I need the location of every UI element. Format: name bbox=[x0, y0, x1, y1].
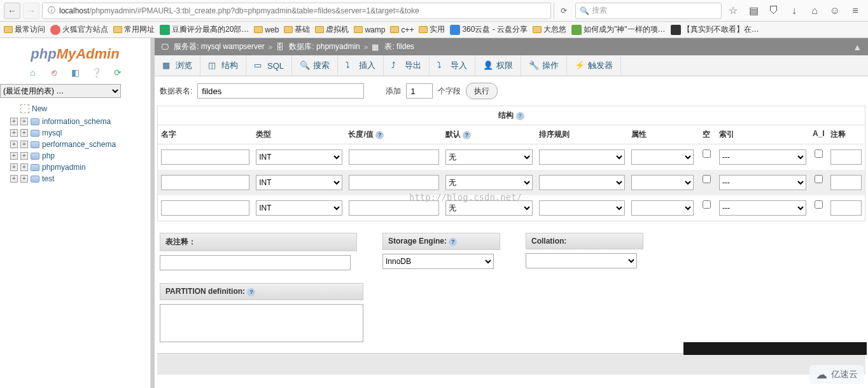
add-count-input[interactable] bbox=[406, 83, 433, 99]
field-default-select[interactable]: 无 bbox=[445, 200, 533, 216]
field-comment-input[interactable] bbox=[830, 200, 862, 216]
tab-触发器[interactable]: ⚡触发器 bbox=[567, 55, 621, 76]
bookmark-item[interactable]: 虚拟机 bbox=[315, 24, 349, 35]
forward-button[interactable]: → bbox=[23, 3, 39, 19]
tab-浏览[interactable]: ▦浏览 bbox=[155, 55, 200, 76]
tab-操作[interactable]: 🔧操作 bbox=[521, 55, 567, 76]
field-name-input[interactable] bbox=[161, 200, 249, 216]
bookmark-item[interactable]: 最常访问 bbox=[4, 24, 45, 35]
reload-button[interactable]: ⟳ bbox=[554, 3, 573, 19]
star-icon[interactable]: ☆ bbox=[724, 3, 742, 19]
field-attr-select[interactable] bbox=[631, 175, 694, 190]
library-icon[interactable]: ▤ bbox=[745, 3, 762, 19]
menu-icon[interactable]: ≡ bbox=[846, 3, 864, 19]
tab-SQL[interactable]: ▭SQL bbox=[246, 55, 292, 76]
expand-icon[interactable]: + bbox=[20, 175, 28, 183]
db-item[interactable]: ++test bbox=[10, 173, 146, 184]
db-item[interactable]: ++mysql bbox=[10, 127, 146, 139]
db-item[interactable]: ++information_schema bbox=[10, 116, 146, 127]
expand-icon[interactable]: + bbox=[10, 163, 18, 171]
help-icon[interactable]: ? bbox=[247, 288, 255, 296]
field-index-select[interactable]: --- bbox=[719, 175, 806, 190]
expand-icon[interactable]: + bbox=[10, 152, 18, 160]
field-attr-select[interactable] bbox=[631, 149, 694, 165]
tab-搜索[interactable]: 🔍搜索 bbox=[292, 55, 338, 76]
field-comment-input[interactable] bbox=[830, 175, 862, 190]
account-icon[interactable]: ☺ bbox=[826, 3, 844, 19]
table-name-input[interactable] bbox=[197, 83, 364, 99]
field-type-select[interactable]: INT bbox=[256, 149, 342, 165]
field-ai-checkbox[interactable] bbox=[815, 149, 823, 158]
collation-select[interactable] bbox=[526, 253, 637, 268]
field-collation-select[interactable] bbox=[539, 149, 625, 165]
tab-导入[interactable]: ⤵导入 bbox=[430, 55, 475, 76]
expand-icon[interactable]: + bbox=[20, 163, 28, 171]
help-icon[interactable]: ? bbox=[375, 131, 384, 139]
field-ai-checkbox[interactable] bbox=[815, 200, 823, 209]
db-item[interactable]: ++php bbox=[10, 150, 146, 162]
field-name-input[interactable] bbox=[161, 149, 249, 165]
expand-icon[interactable]: + bbox=[20, 129, 28, 137]
tab-结构[interactable]: ◫结构 bbox=[200, 55, 246, 76]
bookmark-item[interactable]: 实用 bbox=[419, 24, 445, 35]
logout-icon[interactable]: ⎋ bbox=[48, 67, 60, 79]
home-icon[interactable]: ⌂ bbox=[27, 67, 38, 79]
bookmark-item[interactable]: web bbox=[254, 25, 279, 34]
bookmark-item[interactable]: 基础 bbox=[284, 24, 310, 35]
field-comment-input[interactable] bbox=[830, 149, 862, 165]
bookmark-item[interactable]: 如何成为"神"一样的项… bbox=[571, 24, 666, 35]
help-icon[interactable]: ? bbox=[449, 238, 457, 246]
field-name-input[interactable] bbox=[161, 175, 249, 190]
sql-icon[interactable]: ◧ bbox=[69, 67, 81, 79]
reload-icon[interactable]: ⟳ bbox=[112, 67, 123, 79]
field-null-checkbox[interactable] bbox=[703, 175, 711, 183]
help-icon[interactable]: ? bbox=[516, 112, 524, 120]
back-button[interactable]: ← bbox=[4, 3, 20, 19]
db-item[interactable]: ++phpmyadmin bbox=[10, 162, 146, 173]
expand-icon[interactable]: + bbox=[10, 118, 18, 125]
expand-icon[interactable]: + bbox=[10, 129, 18, 137]
home-icon[interactable]: ⌂ bbox=[806, 3, 823, 19]
expand-icon[interactable]: + bbox=[20, 152, 28, 160]
field-attr-select[interactable] bbox=[631, 200, 694, 216]
table-comment-input[interactable] bbox=[160, 255, 351, 270]
recent-tables-select[interactable]: (最近使用的表) … bbox=[0, 84, 121, 98]
field-null-checkbox[interactable] bbox=[703, 149, 711, 158]
field-default-select[interactable]: 无 bbox=[445, 175, 533, 190]
field-collation-select[interactable] bbox=[539, 200, 625, 216]
field-index-select[interactable]: --- bbox=[719, 149, 806, 165]
field-default-select[interactable]: 无 bbox=[445, 149, 533, 165]
bookmark-item[interactable]: 【真实到不敢看】在… bbox=[671, 24, 759, 35]
expand-icon[interactable]: + bbox=[20, 141, 28, 148]
db-new[interactable]: New bbox=[10, 103, 146, 116]
field-type-select[interactable]: INT bbox=[256, 175, 342, 190]
field-type-select[interactable]: INT bbox=[256, 200, 342, 216]
db-item[interactable]: ++performance_schema bbox=[10, 139, 146, 150]
field-length-input[interactable] bbox=[349, 175, 439, 190]
bookmark-item[interactable]: 火狐官方站点 bbox=[50, 24, 108, 35]
field-collation-select[interactable] bbox=[539, 175, 625, 190]
pocket-icon[interactable]: ⛉ bbox=[765, 3, 783, 19]
browser-search[interactable]: 🔍搜索 bbox=[575, 3, 722, 19]
engine-select[interactable]: InnoDB bbox=[382, 254, 494, 269]
bookmark-item[interactable]: 大忽悠 bbox=[533, 24, 566, 35]
tab-导出[interactable]: ⤴导出 bbox=[384, 55, 430, 76]
collapse-icon[interactable]: ▲ bbox=[853, 42, 862, 52]
downloads-icon[interactable]: ↓ bbox=[785, 3, 803, 19]
field-length-input[interactable] bbox=[349, 149, 439, 165]
field-ai-checkbox[interactable] bbox=[815, 175, 823, 183]
bookmark-item[interactable]: 360云盘 - 云盘分享 bbox=[450, 24, 528, 35]
tab-权限[interactable]: 👤权限 bbox=[475, 55, 521, 76]
go-button[interactable]: 执行 bbox=[466, 83, 498, 99]
field-length-input[interactable] bbox=[349, 200, 439, 216]
crumb-db[interactable]: 数据库: phpmyadmin bbox=[289, 41, 360, 52]
bookmark-item[interactable]: 豆瓣评分最高的20部… bbox=[160, 24, 249, 35]
docs-icon[interactable]: ❔ bbox=[90, 67, 102, 79]
field-index-select[interactable]: --- bbox=[719, 200, 806, 216]
field-null-checkbox[interactable] bbox=[703, 200, 711, 209]
expand-icon[interactable]: + bbox=[10, 141, 18, 148]
bookmark-item[interactable]: 常用网址 bbox=[113, 24, 155, 35]
expand-icon[interactable]: + bbox=[20, 118, 28, 125]
partition-textarea[interactable] bbox=[160, 304, 363, 342]
help-icon[interactable]: ? bbox=[463, 131, 471, 139]
